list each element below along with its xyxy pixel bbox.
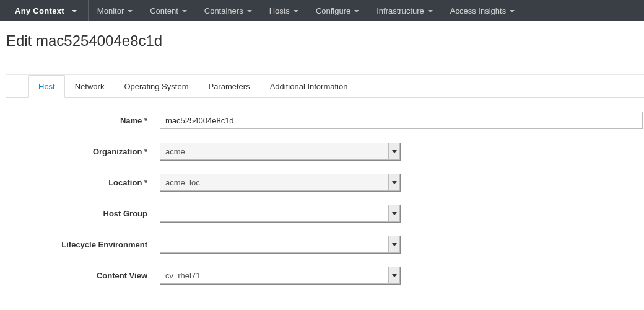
tab-label: Additional Information <box>270 82 348 91</box>
tab-host[interactable]: Host <box>28 75 65 98</box>
host-group-select[interactable] <box>160 205 400 222</box>
chevron-down-icon <box>128 10 133 12</box>
chevron-down-icon <box>72 10 77 12</box>
chevron-down-icon <box>182 10 187 12</box>
form-row-host-group: Host Group <box>6 205 644 222</box>
nav-item-label: Access Insights <box>450 6 506 16</box>
content-view-select[interactable]: cv_rhel71 <box>160 267 400 284</box>
nav-item-containers[interactable]: Containers <box>196 0 261 21</box>
nav-item-label: Configure <box>316 6 350 16</box>
tab-label: Network <box>75 82 105 91</box>
nav-item-configure[interactable]: Configure <box>307 0 368 21</box>
nav-item-label: Containers <box>204 6 243 16</box>
select-value: acme <box>165 147 185 156</box>
label-name: Name * <box>6 116 160 125</box>
form-row-lifecycle-environment: Lifecycle Environment <box>6 236 644 253</box>
select-caret-icon <box>388 236 399 252</box>
label-content-view: Content View <box>6 271 160 280</box>
label-location: Location * <box>6 178 160 187</box>
lifecycle-environment-select[interactable] <box>160 236 400 253</box>
nav-item-label: Content <box>150 6 178 16</box>
nav-item-content[interactable]: Content <box>141 0 196 21</box>
tab-operating-system[interactable]: Operating System <box>114 75 198 98</box>
form-row-content-view: Content View cv_rhel71 <box>6 267 644 284</box>
chevron-down-icon <box>510 10 515 12</box>
nav-item-label: Monitor <box>97 6 124 16</box>
select-caret-icon <box>388 143 399 159</box>
nav-item-hosts[interactable]: Hosts <box>261 0 307 21</box>
tab-parameters[interactable]: Parameters <box>198 75 259 98</box>
chevron-down-icon <box>294 10 298 12</box>
nav-menu: Monitor Content Containers Hosts Configu… <box>89 0 523 21</box>
tab-label: Host <box>38 82 55 91</box>
tab-label: Parameters <box>208 82 250 91</box>
form-row-location: Location * acme_loc <box>6 174 644 191</box>
edit-host-panel: Host Network Operating System Parameters… <box>6 74 644 284</box>
label-lifecycle-environment: Lifecycle Environment <box>6 240 160 249</box>
nav-item-monitor[interactable]: Monitor <box>89 0 141 21</box>
organization-select[interactable]: acme <box>160 143 400 160</box>
chevron-down-icon <box>428 10 433 12</box>
tabs: Host Network Operating System Parameters… <box>6 75 644 98</box>
select-value: acme_loc <box>165 178 200 187</box>
select-value: cv_rhel71 <box>165 271 200 280</box>
name-input[interactable] <box>160 112 643 129</box>
label-host-group: Host Group <box>6 209 160 218</box>
chevron-down-icon <box>354 10 359 12</box>
nav-item-label: Hosts <box>269 6 290 16</box>
form-row-organization: Organization * acme <box>6 143 644 160</box>
chevron-down-icon <box>247 10 252 12</box>
label-organization: Organization * <box>6 147 160 156</box>
location-select[interactable]: acme_loc <box>160 174 400 191</box>
select-caret-icon <box>388 205 399 221</box>
nav-item-access-insights[interactable]: Access Insights <box>442 0 523 21</box>
context-switcher[interactable]: Any Context <box>0 0 89 21</box>
tab-additional-information[interactable]: Additional Information <box>260 75 358 98</box>
select-caret-icon <box>388 174 399 190</box>
form-row-name: Name * <box>6 112 644 129</box>
select-caret-icon <box>388 267 399 283</box>
host-form: Name * Organization * acme Location * ac… <box>6 98 644 284</box>
page-title: Edit mac5254004e8c1d <box>0 21 644 50</box>
tab-label: Operating System <box>124 82 188 91</box>
nav-item-infrastructure[interactable]: Infrastructure <box>368 0 442 21</box>
tab-network[interactable]: Network <box>65 75 115 98</box>
nav-item-label: Infrastructure <box>376 6 424 16</box>
context-label: Any Context <box>15 6 64 16</box>
top-nav: Any Context Monitor Content Containers H… <box>0 0 644 21</box>
